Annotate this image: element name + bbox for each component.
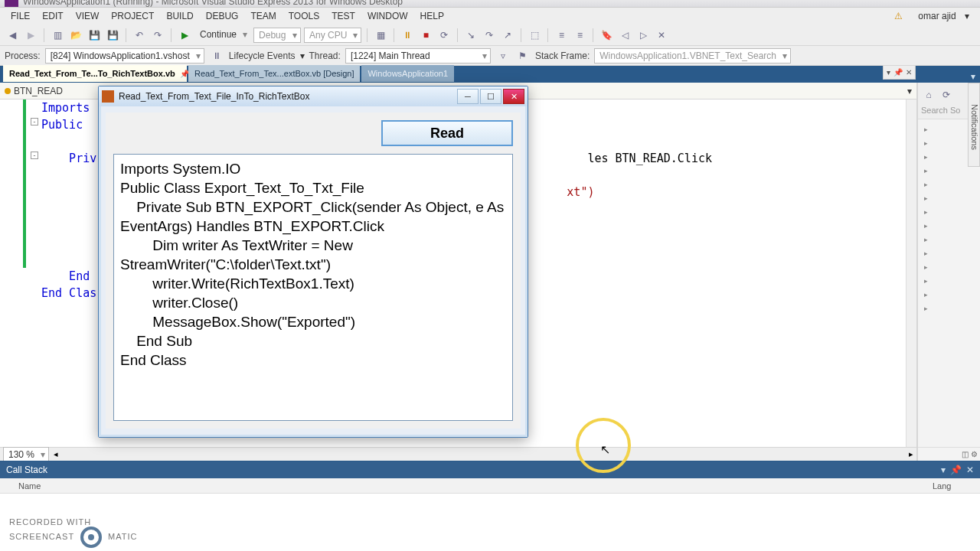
collapse-icon[interactable]: -: [31, 152, 38, 159]
signed-in-user[interactable]: omar ajid: [912, 11, 962, 21]
zoom-combo[interactable]: 130 %: [3, 447, 49, 461]
code-gutter: - -: [0, 99, 35, 447]
pause-icon[interactable]: ⏸: [400, 28, 415, 43]
notification-warn-icon[interactable]: ⚠: [888, 11, 909, 21]
clear-bookmarks-icon[interactable]: ✕: [654, 28, 669, 43]
menu-help[interactable]: HELP: [414, 11, 450, 21]
redo-icon[interactable]: ↷: [150, 28, 165, 43]
declaration-dropdown[interactable]: ▾: [907, 86, 912, 96]
menu-edit[interactable]: EDIT: [36, 11, 69, 21]
restart-icon[interactable]: ⟳: [436, 28, 452, 43]
tree-node[interactable]: [924, 233, 978, 246]
save-icon[interactable]: 💾: [87, 28, 102, 43]
col-name[interactable]: Name: [0, 481, 933, 491]
step-out-icon[interactable]: ↗: [500, 28, 515, 43]
save-all-icon[interactable]: 💾: [105, 28, 120, 43]
change-marker: [23, 99, 26, 268]
tab-label: Read_Text_From_Te...To_RichTextBox.vb: [9, 69, 175, 78]
hscroll-right-icon[interactable]: ▸: [909, 449, 913, 459]
panel-split-icon[interactable]: ◫: [962, 450, 969, 458]
next-bookmark-icon[interactable]: ▷: [635, 28, 651, 43]
undo-icon[interactable]: ↶: [132, 28, 147, 43]
close-button[interactable]: ✕: [503, 89, 524, 104]
hex-icon[interactable]: ⬚: [527, 28, 542, 43]
tree-node[interactable]: [924, 274, 978, 288]
config-combo[interactable]: Debug: [253, 28, 301, 43]
col-lang[interactable]: Lang: [933, 481, 980, 491]
hscroll-left-icon[interactable]: ◂: [54, 449, 58, 459]
window-close-icon[interactable]: ✕: [906, 68, 912, 77]
tree-node[interactable]: [924, 191, 978, 205]
panel-pin-icon[interactable]: 📌: [950, 465, 962, 475]
solution-tree[interactable]: [918, 119, 980, 447]
maximize-button[interactable]: ☐: [480, 89, 501, 104]
tab-app[interactable]: WindowsApplication1: [361, 65, 454, 82]
menu-build[interactable]: BUILD: [160, 11, 199, 21]
screencast-watermark: Recorded with Screencast Matic: [9, 517, 138, 548]
editor-statusbar: 130 % ◂ ▸: [0, 447, 916, 461]
editor-vscroll[interactable]: [906, 99, 916, 447]
nav-back-icon[interactable]: ◀: [5, 28, 20, 43]
call-stack-body[interactable]: [0, 494, 980, 551]
tab-overflow[interactable]: ▾: [966, 71, 980, 82]
stop-icon[interactable]: ■: [418, 28, 433, 43]
thread-filter-icon[interactable]: ▿: [495, 48, 511, 64]
pin-icon[interactable]: 📌: [180, 70, 189, 78]
new-project-icon[interactable]: ▥: [50, 28, 65, 43]
nav-forward-icon: ▶: [23, 28, 38, 43]
menu-team[interactable]: TEAM: [244, 11, 282, 21]
notifications-tab[interactable]: Notifications: [968, 83, 980, 167]
tree-node[interactable]: [924, 260, 978, 274]
menu-window[interactable]: WINDOW: [361, 11, 414, 21]
menu-view[interactable]: VIEW: [70, 11, 106, 21]
window-dropdown-icon[interactable]: ▾: [887, 68, 890, 77]
tree-node[interactable]: [924, 219, 978, 233]
step-commands-icon[interactable]: ▦: [373, 28, 388, 43]
comment-icon[interactable]: ≡: [554, 28, 569, 43]
panel-options-icon[interactable]: ⚙: [971, 450, 978, 458]
tree-node[interactable]: [924, 302, 978, 315]
menu-tools[interactable]: TOOLS: [283, 11, 325, 21]
running-app-window[interactable]: Read_Text_From_Text_File_InTo_RichTextBo…: [98, 86, 528, 438]
read-button[interactable]: Read: [381, 120, 513, 146]
menu-test[interactable]: TEST: [325, 11, 361, 21]
menu-bar: FILE EDIT VIEW PROJECT BUILD DEBUG TEAM …: [0, 8, 980, 24]
step-over-icon[interactable]: ↷: [482, 28, 497, 43]
continue-button[interactable]: Continue: [195, 28, 250, 43]
menu-project[interactable]: PROJECT: [105, 11, 160, 21]
menu-file[interactable]: FILE: [5, 11, 36, 21]
continue-icon[interactable]: ▶: [177, 28, 192, 43]
stackframe-combo[interactable]: WindowsApplication1.VBNET_Text_Search: [594, 48, 791, 64]
refresh-icon[interactable]: ⟳: [939, 87, 954, 103]
tree-node[interactable]: [924, 246, 978, 260]
window-pin-icon[interactable]: 📌: [893, 68, 903, 77]
step-into-icon[interactable]: ↘: [463, 28, 479, 43]
watermark-ring-icon: [80, 527, 102, 548]
thread-combo[interactable]: [1224] Main Thread: [345, 48, 491, 64]
menu-debug[interactable]: DEBUG: [200, 11, 245, 21]
tab-designer[interactable]: Read_Text_From_Tex...extBox.vb [Design]: [188, 65, 360, 82]
app-title: Read_Text_From_Text_File_InTo_RichTextBo…: [119, 91, 309, 102]
uncomment-icon[interactable]: ≡: [572, 28, 587, 43]
rich-text-box[interactable]: Imports System.IO Public Class Export_Te…: [113, 154, 513, 421]
member-dropdown[interactable]: BTN_READ: [5, 86, 63, 96]
collapse-icon[interactable]: -: [31, 118, 38, 126]
minimize-button[interactable]: ─: [457, 89, 479, 104]
open-file-icon[interactable]: 📂: [68, 28, 83, 43]
process-combo[interactable]: [824] WindowsApplication1.vshost: [45, 48, 204, 64]
platform-combo[interactable]: Any CPU: [304, 28, 361, 43]
app-titlebar[interactable]: Read_Text_From_Text_File_InTo_RichTextBo…: [99, 86, 528, 106]
flag-threads-icon[interactable]: ⚑: [515, 48, 531, 64]
tab-code-file[interactable]: Read_Text_From_Te...To_RichTextBox.vb 📌 …: [3, 65, 187, 82]
prev-bookmark-icon[interactable]: ◁: [617, 28, 632, 43]
call-stack-header[interactable]: Call Stack ▾ 📌 ✕: [0, 461, 980, 478]
panel-close-icon[interactable]: ✕: [966, 465, 974, 475]
bookmark-icon[interactable]: 🔖: [599, 28, 614, 43]
home-icon[interactable]: ⌂: [921, 87, 936, 103]
tree-node[interactable]: [924, 288, 978, 302]
suspend-icon[interactable]: ⏸: [209, 48, 224, 64]
panel-dropdown-icon[interactable]: ▾: [941, 465, 946, 475]
tree-node[interactable]: [924, 178, 978, 191]
event-icon: [5, 88, 11, 94]
tree-node[interactable]: [924, 205, 978, 219]
